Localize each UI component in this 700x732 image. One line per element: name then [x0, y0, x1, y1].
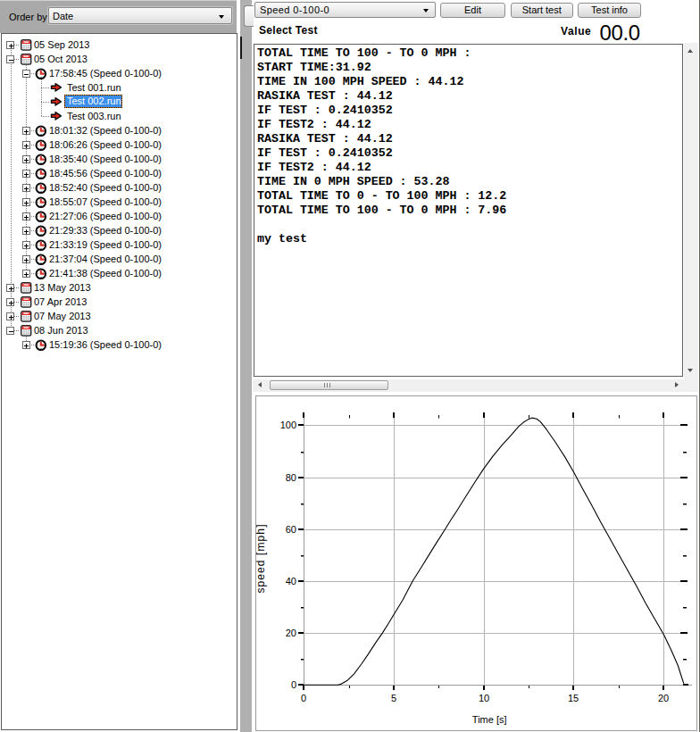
svg-text:Time [s]: Time [s]: [472, 714, 507, 725]
svg-text:5: 5: [391, 693, 396, 703]
svg-text:80: 80: [286, 472, 296, 483]
svg-text:15: 15: [568, 693, 579, 703]
svg-text:100: 100: [280, 420, 296, 430]
svg-text:0: 0: [291, 679, 296, 690]
svg-text:speed [mph]: speed [mph]: [256, 523, 267, 593]
svg-text:60: 60: [286, 524, 296, 535]
svg-text:0: 0: [301, 693, 306, 703]
svg-text:40: 40: [286, 576, 296, 586]
svg-text:10: 10: [479, 693, 489, 703]
svg-text:20: 20: [658, 693, 669, 703]
svg-text:20: 20: [286, 628, 296, 638]
